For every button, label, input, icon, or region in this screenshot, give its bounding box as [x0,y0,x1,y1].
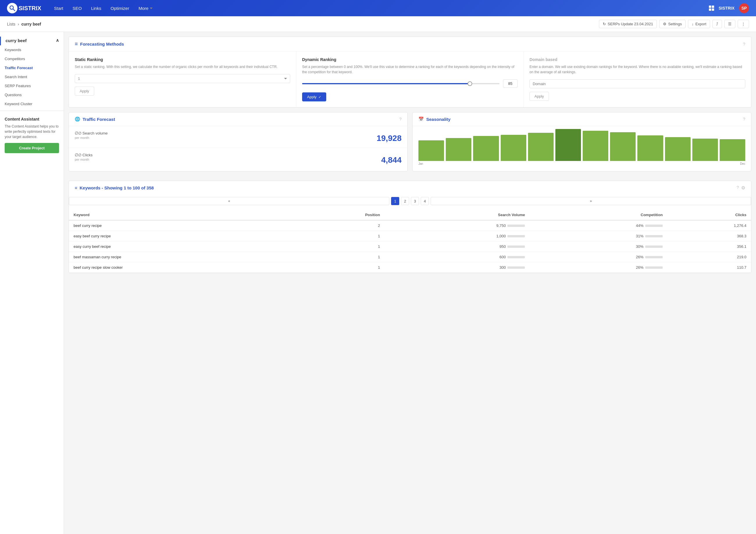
share-icon: ⤴ [716,22,718,26]
slider-value[interactable]: 85 [503,79,518,88]
logo: SISTRIX [7,3,41,13]
cell-keyword: easy beef curry recipe [69,231,292,242]
slider-thumb[interactable] [468,81,472,86]
refresh-icon: ↻ [603,22,606,26]
share-button[interactable]: ⤴ [713,20,722,28]
ellipsis-icon: ⋮ [742,22,745,26]
page-first-button[interactable]: « [69,197,389,205]
clicks-row: ∅ ∅ Clicks per month 4,844 [69,148,407,169]
seasonality-bars [418,129,745,161]
static-ranking-select[interactable]: 1 [75,74,290,83]
domain-input[interactable] [529,79,745,88]
list-icon: ≡ [75,41,78,47]
more-button[interactable]: ⋮ [738,20,749,28]
forecast-seasonality-row: 🌐 Traffic Forecast ? ∅ ∅ Search volume p… [68,112,751,176]
sidebar-item-keywords[interactable]: Keywords [0,45,64,54]
sidebar-divider [0,111,64,111]
cell-competition: 26% [529,262,667,273]
logo-text: SISTRIX [19,5,41,12]
sidebar-title: curry beef ∧ [0,37,64,45]
export-button[interactable]: ↓ Export [688,20,710,28]
table-row: beef massaman curry recipe 1 600 26% 219… [69,252,751,262]
table-row: easy beef curry recipe 1 1,000 31% 368.3 [69,231,751,242]
grid-icon[interactable] [709,6,714,11]
nav-seo[interactable]: SEO [69,4,85,13]
table-row: beef curry recipe slow cooker 1 300 26% … [69,262,751,273]
slider-row: 85 [302,79,518,88]
dynamic-slider-container: 85 [302,79,518,88]
nav-links[interactable]: Links [88,4,105,13]
breadcrumb-parent[interactable]: Lists [7,22,15,26]
cell-clicks: 1,276.4 [667,220,751,231]
content-assistant-title: Content Assistant [5,117,59,121]
sv-bar [507,256,525,258]
static-apply-button[interactable]: Apply [75,87,94,96]
forecasting-grid: Static Ranking Set a static ranking. Wit… [69,51,751,107]
sv-bar [507,225,525,227]
page-1-button[interactable]: 1 [391,197,399,205]
page-next-button[interactable]: » [431,197,751,205]
col-clicks: Clicks [667,210,751,220]
sidebar-item-search-intent[interactable]: Search Intent [0,72,64,81]
page-3-button[interactable]: 3 [411,197,419,205]
forecast-dynamic: Dynamic Ranking Set a percentage between… [296,51,524,107]
forecasting-title: ≡ Forecasting Methods [75,41,124,47]
sv-bar [507,245,525,248]
sidebar-item-competitors[interactable]: Competitors [0,54,64,63]
sidebar-item-serp-features[interactable]: SERP Features [0,81,64,90]
keywords-table: Keyword Position Search Volume Competiti… [69,210,751,273]
page-4-button[interactable]: 4 [421,197,429,205]
content-assistant: Content Assistant The Content Assistant … [0,113,64,157]
cell-competition: 31% [529,231,667,242]
cell-search-volume: 9,750 [385,220,530,231]
settings-button[interactable]: ⚙ Settings [659,20,686,28]
bar-8 [637,135,663,161]
bookmark-icon: ☰ [728,22,732,26]
bar-1 [446,138,471,161]
bar-3 [501,135,526,161]
cell-keyword: beef massaman curry recipe [69,252,292,262]
cell-clicks: 110.7 [667,262,751,273]
seasonality-help-icon[interactable]: ? [743,117,745,121]
cell-search-volume: 300 [385,262,530,273]
sv-bar [507,235,525,237]
table-head: Keyword Position Search Volume Competiti… [69,210,751,220]
dynamic-apply-button[interactable]: Apply ✓ [302,92,326,101]
table-help-icon[interactable]: ? [737,185,739,191]
sidebar-item-keyword-cluster[interactable]: Keyword Cluster [0,99,64,108]
comp-bar [645,256,663,258]
comp-bar [645,225,663,227]
seasonality-card: 📅 Seasonality ? Jan Dec [412,112,751,171]
static-desc: Set a static ranking. With this setting,… [75,64,290,69]
bar-4 [528,133,554,161]
nav-more[interactable]: More [135,4,156,13]
sidebar-item-traffic-forecast[interactable]: Traffic Forecast [0,63,64,72]
search-volume-info: ∅ ∅ Search volume per month [75,131,108,143]
page-2-button[interactable]: 2 [401,197,409,205]
table-settings-icon[interactable]: ⚙ [741,185,745,191]
create-project-button[interactable]: Create Project [5,143,59,153]
nav-start[interactable]: Start [51,4,67,13]
collapse-icon[interactable]: ∧ [56,38,59,43]
clicks-sublabel: per month [75,158,93,161]
col-position: Position [292,210,385,220]
bookmark-button[interactable]: ☰ [724,20,735,28]
cell-search-volume: 950 [385,242,530,252]
sidebar-item-questions[interactable]: Questions [0,90,64,99]
table-body: beef curry recipe 2 9,750 44% 1,276.4 ea… [69,220,751,273]
help-icon[interactable]: ? [743,42,745,46]
bar-0 [418,140,444,161]
table-row: easy curry beef recipe 1 950 30% 356.1 [69,242,751,252]
cell-position: 1 [292,252,385,262]
serps-update-button[interactable]: ↻ SERPs Update 23.04.2021 [599,20,657,28]
comp-bar [645,235,663,237]
bar-2 [473,136,499,161]
cell-position: 2 [292,220,385,231]
cell-competition: 44% [529,220,667,231]
traffic-help-icon[interactable]: ? [399,117,402,121]
nav-optimizer[interactable]: Optimizer [107,4,133,13]
slider-track[interactable] [302,83,500,84]
bar-10 [692,139,718,161]
pagination: « 1 2 3 4 » [69,195,751,210]
domain-apply-button[interactable]: Apply [529,92,549,101]
